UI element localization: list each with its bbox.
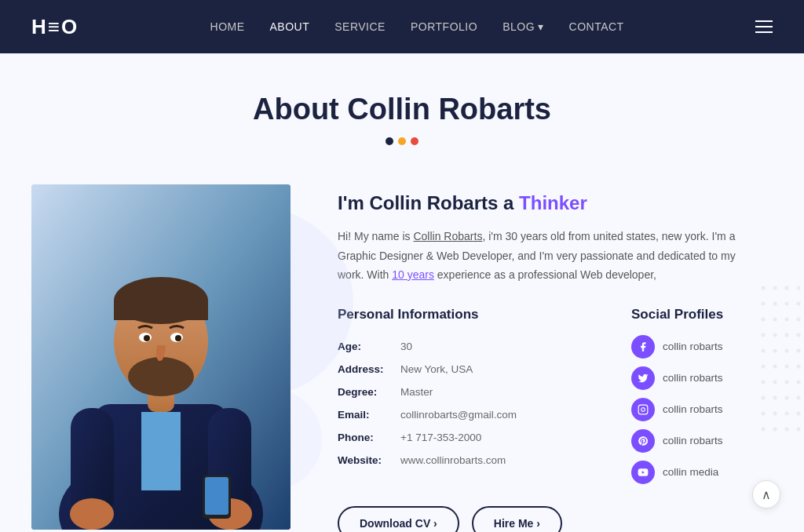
svg-point-8 <box>797 302 801 306</box>
nav-portfolio[interactable]: PORTFOLIO <box>411 20 477 33</box>
svg-point-23 <box>785 365 789 369</box>
headline-prefix: I'm Collin Robarts a <box>338 192 519 213</box>
svg-point-11 <box>785 318 789 322</box>
youtube-icon <box>631 461 655 484</box>
nav-blog[interactable]: BLOG ▾ <box>502 20 543 33</box>
svg-point-4 <box>797 286 801 290</box>
profile-image-wrap: / / <box>31 184 291 532</box>
svg-point-40 <box>797 428 801 432</box>
social-item-facebook[interactable]: collin robarts <box>631 335 773 359</box>
social-item-instagram[interactable]: collin robarts <box>631 398 773 421</box>
social-label-instagram: collin robarts <box>663 403 723 415</box>
field-value-phone: +1 717-353-2000 <box>400 426 600 449</box>
field-label-email: Email: <box>338 403 400 426</box>
nav-service[interactable]: SERVICE <box>334 20 386 33</box>
nav-about[interactable]: ABOUT <box>270 20 310 33</box>
nav-home[interactable]: HOME <box>210 20 245 33</box>
navbar: H≡O HOME ABOUT SERVICE PORTFOLIO BLOG ▾ … <box>0 0 804 53</box>
svg-point-10 <box>773 318 777 322</box>
svg-point-28 <box>797 381 801 384</box>
field-label-address: Address: <box>338 358 400 381</box>
svg-rect-59 <box>205 477 228 515</box>
social-label-facebook: collin robarts <box>663 341 723 352</box>
table-row: Phone: +1 717-353-2000 <box>338 426 600 449</box>
field-value-website: www.collinrobarts.com <box>400 449 600 472</box>
social-item-pinterest[interactable]: collin robarts <box>631 429 773 453</box>
instagram-icon <box>631 398 655 421</box>
hire-me-button[interactable]: Hire Me › <box>472 506 562 533</box>
bio-years-link[interactable]: 10 years <box>392 268 434 281</box>
social-list: collin robarts collin robarts <box>631 335 773 484</box>
svg-point-56 <box>70 498 114 530</box>
bio-name-link[interactable]: Collin Robarts <box>413 230 482 242</box>
svg-point-26 <box>773 381 777 384</box>
field-label-age: Age: <box>338 335 400 358</box>
svg-point-16 <box>797 333 801 337</box>
svg-point-34 <box>773 412 777 416</box>
svg-point-14 <box>773 333 777 337</box>
facebook-icon <box>631 335 655 359</box>
svg-point-35 <box>785 412 789 416</box>
title-dot-1 <box>386 137 393 145</box>
btn-row: Download CV › Hire Me › <box>338 506 773 533</box>
social-label-twitter: collin robarts <box>663 372 723 384</box>
logo[interactable]: H≡O <box>31 15 79 39</box>
social-item-twitter[interactable]: collin robarts <box>631 366 773 390</box>
svg-rect-48 <box>114 301 208 320</box>
svg-point-38 <box>773 428 777 432</box>
title-dot-3 <box>411 137 418 145</box>
svg-point-19 <box>785 349 789 353</box>
table-row: Age: 30 <box>338 335 600 358</box>
field-value-age: 30 <box>400 335 600 358</box>
info-table: Age: 30 Address: New York, USA Degree: M… <box>338 335 600 472</box>
field-value-degree: Master <box>400 381 600 403</box>
svg-point-31 <box>785 396 789 400</box>
section-title-wrap: About Collin Robarts <box>31 53 773 169</box>
section-title: About Collin Robarts <box>31 93 773 126</box>
svg-point-18 <box>773 349 777 353</box>
svg-point-24 <box>797 365 801 369</box>
svg-point-49 <box>128 357 194 396</box>
download-cv-button[interactable]: Download CV › <box>338 506 459 533</box>
profile-image: / / <box>31 184 291 530</box>
svg-point-53 <box>175 335 181 341</box>
svg-point-22 <box>773 365 777 369</box>
svg-point-12 <box>797 318 801 322</box>
svg-point-52 <box>144 335 150 341</box>
svg-point-30 <box>773 396 777 400</box>
info-social-row: Personal Informations Age: 30 Address: N… <box>338 307 773 484</box>
nav-links: HOME ABOUT SERVICE PORTFOLIO BLOG ▾ CONT… <box>210 20 624 34</box>
about-bio: Hi! My name is Collin Robarts, i'm 30 ye… <box>338 227 746 285</box>
field-label-website: Website: <box>338 449 400 472</box>
svg-rect-82 <box>638 405 648 414</box>
personal-info: Personal Informations Age: 30 Address: N… <box>338 307 600 472</box>
field-label-degree: Degree: <box>338 381 400 403</box>
hamburger-menu[interactable] <box>755 20 773 33</box>
personal-info-heading: Personal Informations <box>338 307 600 322</box>
svg-point-2 <box>773 286 777 290</box>
social-profiles-heading: Social Profiles <box>631 307 773 322</box>
pinterest-icon <box>631 429 655 453</box>
twitter-icon <box>631 366 655 390</box>
field-value-address: New York, USA <box>400 358 600 381</box>
svg-point-15 <box>785 333 789 337</box>
svg-point-32 <box>797 396 801 400</box>
svg-point-6 <box>773 302 777 306</box>
nav-contact[interactable]: CONTACT <box>569 20 624 33</box>
social-item-youtube[interactable]: collin media <box>631 461 773 484</box>
headline-highlight: Thinker <box>519 192 587 213</box>
svg-rect-44 <box>141 412 181 490</box>
svg-point-20 <box>797 349 801 353</box>
about-info: I'm Collin Robarts a Thinker Hi! My name… <box>338 184 773 532</box>
svg-point-27 <box>785 381 789 384</box>
title-dot-2 <box>398 137 406 145</box>
table-row: Address: New York, USA <box>338 358 600 381</box>
social-label-youtube: collin media <box>663 466 718 478</box>
scroll-up-button[interactable]: ∧ <box>752 480 780 508</box>
field-value-email: collinrobarts@gmail.com <box>400 403 600 426</box>
about-headline: I'm Collin Robarts a Thinker <box>338 192 773 214</box>
table-row: Degree: Master <box>338 381 600 403</box>
social-profiles: Social Profiles collin robarts <box>631 307 773 484</box>
svg-point-36 <box>797 412 801 416</box>
svg-point-39 <box>785 428 789 432</box>
